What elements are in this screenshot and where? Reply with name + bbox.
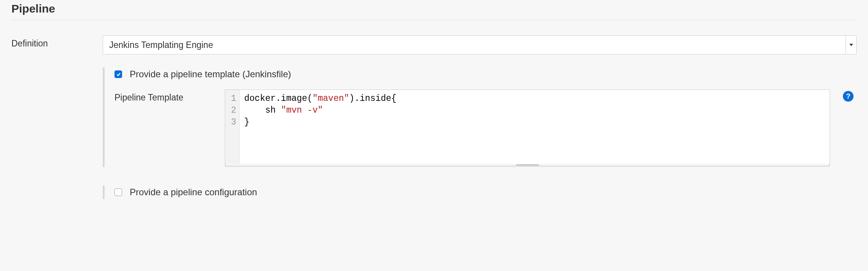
provide-config-checkbox[interactable]: [114, 188, 122, 196]
section-title: Pipeline: [11, 0, 857, 20]
provide-config-label: Provide a pipeline configuration: [130, 187, 257, 198]
definition-label: Definition: [11, 35, 103, 49]
pipeline-template-label: Pipeline Template: [114, 89, 225, 103]
provide-template-label: Provide a pipeline template (Jenkinsfile…: [130, 69, 291, 80]
definition-select-value: Jenkins Templating Engine: [109, 40, 213, 50]
provide-template-checkbox[interactable]: [114, 70, 122, 78]
help-icon[interactable]: ?: [843, 91, 854, 102]
grip-icon: [516, 164, 539, 166]
code-gutter: 123: [225, 90, 240, 165]
pipeline-template-editor[interactable]: 123 docker.image("maven").inside{ sh "mv…: [225, 89, 830, 166]
resize-handle[interactable]: [225, 164, 830, 167]
caret-down-icon: [846, 36, 856, 54]
definition-select[interactable]: Jenkins Templating Engine: [103, 35, 857, 54]
code-content[interactable]: docker.image("maven").inside{ sh "mvn -v…: [240, 90, 401, 165]
